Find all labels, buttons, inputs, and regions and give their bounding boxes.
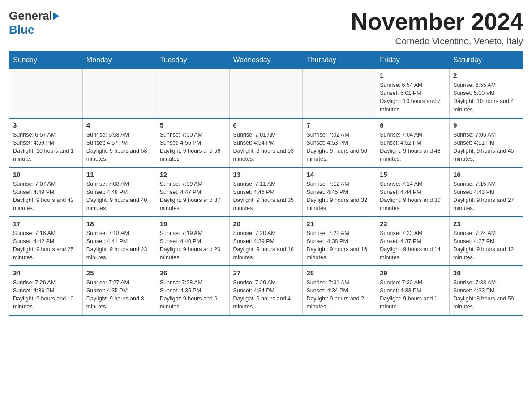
- calendar-cell: 20Sunrise: 7:20 AM Sunset: 4:39 PM Dayli…: [229, 217, 303, 266]
- day-number: 26: [160, 269, 226, 277]
- logo-general-text: General: [9, 9, 52, 23]
- calendar-cell: 19Sunrise: 7:19 AM Sunset: 4:40 PM Dayli…: [156, 217, 229, 266]
- day-number: 16: [453, 171, 519, 178]
- weekday-header-sunday: Sunday: [9, 51, 83, 69]
- day-info: Sunrise: 7:14 AM Sunset: 4:44 PM Dayligh…: [380, 180, 446, 213]
- calendar-cell: 17Sunrise: 7:16 AM Sunset: 4:42 PM Dayli…: [9, 217, 83, 266]
- day-info: Sunrise: 7:02 AM Sunset: 4:53 PM Dayligh…: [306, 131, 372, 163]
- calendar-cell: 13Sunrise: 7:11 AM Sunset: 4:46 PM Dayli…: [229, 167, 303, 217]
- day-number: 17: [13, 220, 79, 227]
- calendar-cell: 12Sunrise: 7:09 AM Sunset: 4:47 PM Dayli…: [156, 167, 229, 217]
- calendar-week-3: 10Sunrise: 7:07 AM Sunset: 4:49 PM Dayli…: [9, 167, 523, 217]
- day-info: Sunrise: 7:07 AM Sunset: 4:49 PM Dayligh…: [13, 180, 79, 213]
- day-number: 3: [13, 121, 79, 129]
- day-number: 21: [306, 220, 372, 227]
- calendar-cell: 16Sunrise: 7:15 AM Sunset: 4:43 PM Dayli…: [450, 167, 523, 217]
- day-info: Sunrise: 6:57 AM Sunset: 4:59 PM Dayligh…: [13, 131, 79, 163]
- day-info: Sunrise: 7:05 AM Sunset: 4:51 PM Dayligh…: [453, 131, 519, 163]
- day-info: Sunrise: 6:54 AM Sunset: 5:01 PM Dayligh…: [380, 81, 446, 114]
- calendar-cell: [82, 69, 156, 118]
- calendar-cell: 29Sunrise: 7:32 AM Sunset: 4:33 PM Dayli…: [376, 266, 450, 315]
- logo-triangle-icon: [53, 12, 59, 20]
- day-info: Sunrise: 7:12 AM Sunset: 4:45 PM Dayligh…: [306, 180, 372, 213]
- weekday-header-saturday: Saturday: [450, 51, 523, 69]
- day-number: 28: [306, 269, 372, 277]
- calendar-week-4: 17Sunrise: 7:16 AM Sunset: 4:42 PM Dayli…: [9, 217, 523, 266]
- calendar-week-5: 24Sunrise: 7:26 AM Sunset: 4:36 PM Dayli…: [9, 266, 523, 315]
- calendar-cell: 22Sunrise: 7:23 AM Sunset: 4:37 PM Dayli…: [376, 217, 450, 266]
- calendar-cell: 14Sunrise: 7:12 AM Sunset: 4:45 PM Dayli…: [303, 167, 376, 217]
- day-number: 19: [160, 220, 226, 227]
- month-title: November 2024: [351, 9, 523, 34]
- weekday-header-friday: Friday: [376, 51, 450, 69]
- day-number: 20: [233, 220, 299, 227]
- day-info: Sunrise: 7:18 AM Sunset: 4:41 PM Dayligh…: [86, 229, 152, 262]
- day-number: 6: [233, 121, 299, 129]
- calendar-cell: 6Sunrise: 7:01 AM Sunset: 4:54 PM Daylig…: [229, 118, 303, 167]
- day-number: 11: [86, 171, 152, 178]
- calendar-cell: [303, 69, 376, 118]
- calendar-table: SundayMondayTuesdayWednesdayThursdayFrid…: [9, 51, 523, 316]
- calendar-cell: 8Sunrise: 7:04 AM Sunset: 4:52 PM Daylig…: [376, 118, 450, 167]
- day-info: Sunrise: 7:09 AM Sunset: 4:47 PM Dayligh…: [160, 180, 226, 213]
- day-info: Sunrise: 7:00 AM Sunset: 4:56 PM Dayligh…: [160, 131, 226, 163]
- calendar-cell: 18Sunrise: 7:18 AM Sunset: 4:41 PM Dayli…: [82, 217, 156, 266]
- day-info: Sunrise: 7:04 AM Sunset: 4:52 PM Dayligh…: [380, 131, 446, 163]
- weekday-header-tuesday: Tuesday: [156, 51, 229, 69]
- day-info: Sunrise: 7:32 AM Sunset: 4:33 PM Dayligh…: [380, 278, 446, 311]
- day-number: 14: [306, 171, 372, 178]
- calendar-cell: 27Sunrise: 7:29 AM Sunset: 4:34 PM Dayli…: [229, 266, 303, 315]
- calendar-cell: 23Sunrise: 7:24 AM Sunset: 4:37 PM Dayli…: [450, 217, 523, 266]
- day-info: Sunrise: 7:20 AM Sunset: 4:39 PM Dayligh…: [233, 229, 299, 262]
- logo-blue-text: Blue: [9, 23, 34, 36]
- day-number: 29: [380, 269, 446, 277]
- calendar-cell: 7Sunrise: 7:02 AM Sunset: 4:53 PM Daylig…: [303, 118, 376, 167]
- weekday-header-thursday: Thursday: [303, 51, 376, 69]
- weekday-header-row: SundayMondayTuesdayWednesdayThursdayFrid…: [9, 51, 523, 69]
- day-info: Sunrise: 7:27 AM Sunset: 4:35 PM Dayligh…: [86, 278, 152, 311]
- calendar-cell: 3Sunrise: 6:57 AM Sunset: 4:59 PM Daylig…: [9, 118, 83, 167]
- day-number: 4: [86, 121, 152, 129]
- day-number: 25: [86, 269, 152, 277]
- day-number: 22: [380, 220, 446, 227]
- calendar-cell: 21Sunrise: 7:22 AM Sunset: 4:38 PM Dayli…: [303, 217, 376, 266]
- calendar-cell: [9, 69, 83, 118]
- calendar-cell: 1Sunrise: 6:54 AM Sunset: 5:01 PM Daylig…: [376, 69, 450, 118]
- calendar-cell: 30Sunrise: 7:33 AM Sunset: 4:33 PM Dayli…: [450, 266, 523, 315]
- calendar-cell: 15Sunrise: 7:14 AM Sunset: 4:44 PM Dayli…: [376, 167, 450, 217]
- day-info: Sunrise: 7:19 AM Sunset: 4:40 PM Dayligh…: [160, 229, 226, 262]
- location-text: Cornedo Vicentino, Veneto, Italy: [351, 36, 523, 47]
- day-info: Sunrise: 7:15 AM Sunset: 4:43 PM Dayligh…: [453, 180, 519, 213]
- calendar-cell: [156, 69, 229, 118]
- calendar-cell: 11Sunrise: 7:08 AM Sunset: 4:48 PM Dayli…: [82, 167, 156, 217]
- day-number: 24: [13, 269, 79, 277]
- day-info: Sunrise: 7:24 AM Sunset: 4:37 PM Dayligh…: [453, 229, 519, 262]
- day-number: 12: [160, 171, 226, 178]
- calendar-cell: 10Sunrise: 7:07 AM Sunset: 4:49 PM Dayli…: [9, 167, 83, 217]
- calendar-cell: 2Sunrise: 6:55 AM Sunset: 5:00 PM Daylig…: [450, 69, 523, 118]
- day-info: Sunrise: 7:22 AM Sunset: 4:38 PM Dayligh…: [306, 229, 372, 262]
- calendar-cell: 5Sunrise: 7:00 AM Sunset: 4:56 PM Daylig…: [156, 118, 229, 167]
- day-info: Sunrise: 7:23 AM Sunset: 4:37 PM Dayligh…: [380, 229, 446, 262]
- weekday-header-monday: Monday: [82, 51, 156, 69]
- day-number: 23: [453, 220, 519, 227]
- day-info: Sunrise: 7:16 AM Sunset: 4:42 PM Dayligh…: [13, 229, 79, 262]
- day-number: 18: [86, 220, 152, 227]
- calendar-week-2: 3Sunrise: 6:57 AM Sunset: 4:59 PM Daylig…: [9, 118, 523, 167]
- calendar-week-1: 1Sunrise: 6:54 AM Sunset: 5:01 PM Daylig…: [9, 69, 523, 118]
- day-number: 9: [453, 121, 519, 129]
- calendar-cell: 4Sunrise: 6:58 AM Sunset: 4:57 PM Daylig…: [82, 118, 156, 167]
- day-info: Sunrise: 7:29 AM Sunset: 4:34 PM Dayligh…: [233, 278, 299, 311]
- day-info: Sunrise: 7:11 AM Sunset: 4:46 PM Dayligh…: [233, 180, 299, 213]
- calendar-cell: [229, 69, 303, 118]
- day-number: 5: [160, 121, 226, 129]
- day-info: Sunrise: 7:31 AM Sunset: 4:34 PM Dayligh…: [306, 278, 372, 311]
- day-number: 2: [453, 72, 519, 79]
- calendar-cell: 28Sunrise: 7:31 AM Sunset: 4:34 PM Dayli…: [303, 266, 376, 315]
- calendar-body: 1Sunrise: 6:54 AM Sunset: 5:01 PM Daylig…: [9, 69, 523, 315]
- day-number: 13: [233, 171, 299, 178]
- day-info: Sunrise: 7:28 AM Sunset: 4:35 PM Dayligh…: [160, 278, 226, 311]
- title-section: November 2024 Cornedo Vicentino, Veneto,…: [351, 9, 523, 47]
- day-number: 10: [13, 171, 79, 178]
- calendar-cell: 24Sunrise: 7:26 AM Sunset: 4:36 PM Dayli…: [9, 266, 83, 315]
